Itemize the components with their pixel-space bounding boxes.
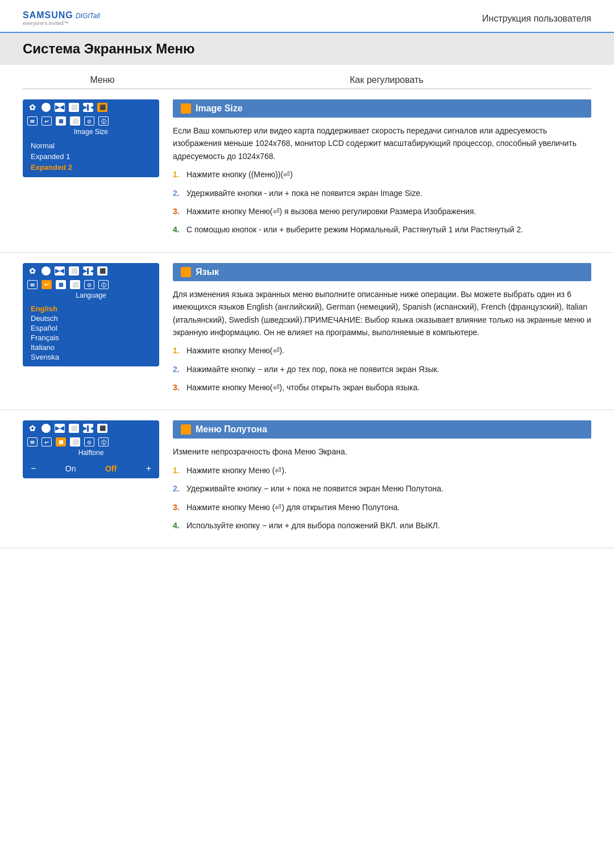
lang-english: English xyxy=(31,304,159,314)
osd-menu-list-imagesize: Normal Expanded 1 Expanded 2 xyxy=(23,138,159,177)
half-step2-text: Удерживайте кнопку − или + пока не появи… xyxy=(186,482,443,495)
step1-text: Нажмите кнопку ((Меню))(⏎) xyxy=(186,168,293,181)
section-image-size: ✿ ▶◀ ⬜ ▶▌◀ ⬛ ✉ ↩ ▦ ⬜ ⊙ ⓘ Image Size Norm… xyxy=(0,89,614,253)
imagesize-step3: 3. Нажмите кнопку Меню(⏎) я вызова меню … xyxy=(173,205,591,218)
sun-icon-lang: ✿ xyxy=(27,266,38,276)
step2-num: 2. xyxy=(173,187,183,199)
color-icon-lang: ✉ xyxy=(27,280,38,289)
osd-label-halftone: Halftone xyxy=(23,448,159,459)
half-step3-num: 3. xyxy=(173,501,183,514)
language-step2: 2. Нажимайте кнопку − или + до тех пор, … xyxy=(173,363,591,375)
osd-icons-row-2: ✉ ↩ ▦ ⬜ ⊙ ⓘ xyxy=(23,113,159,127)
position-icon: ⬜ xyxy=(69,103,79,112)
halftone-plus[interactable]: + xyxy=(146,464,151,474)
lang-icon-half: ↩ xyxy=(42,437,52,446)
menu-item-expanded1: Expanded 1 xyxy=(31,151,159,162)
imagesize-step2: 2. Удерживайте кнопки - или + пока не по… xyxy=(173,187,591,199)
logo-tagline: everyone's invited™ xyxy=(23,20,100,26)
sun-icon: ✿ xyxy=(27,103,38,112)
osd-icons-row-lang-1: ✿ ▶◀ ⬜ ▶▌◀ ⬛ xyxy=(23,263,159,277)
imagesize-icon: ⬛ xyxy=(97,103,107,112)
osd-panel-language: ✿ ▶◀ ⬜ ▶▌◀ ⬛ ✉ ↩ ▦ ⬜ ⊙ ⓘ Language Englis… xyxy=(23,263,159,366)
size-icon-half: ▶▌◀ xyxy=(83,424,93,433)
osd-icons-row-half-2: ✉ ↩ ▦ ⬜ ⊙ ⓘ xyxy=(23,434,159,448)
contrast-icon-half: ▶◀ xyxy=(55,424,65,433)
step2-text: Удерживайте кнопки - или + пока не появи… xyxy=(186,187,422,199)
half-step1-num: 1. xyxy=(173,464,183,477)
section-body-imagesize: Если Ваш компьютер или видео карта подде… xyxy=(173,124,591,236)
half-step3-text: Нажмите кнопку Меню (⏎) для открытия Мен… xyxy=(186,501,400,514)
lang-deutsch: Deutsch xyxy=(31,314,159,323)
menu-item-expanded2: Expanded 2 xyxy=(31,162,159,173)
position-icon-half: ⬜ xyxy=(69,424,79,433)
color-icon-half: ✉ xyxy=(27,437,38,446)
halftone-icon-active: ▦ xyxy=(56,437,66,446)
step3-text: Нажмите кнопку Меню(⏎) я вызова меню рег… xyxy=(186,205,476,218)
header: SAMSUNG DIGITall everyone's invited™ Инс… xyxy=(0,0,614,33)
logo-area: SAMSUNG DIGITall everyone's invited™ xyxy=(23,10,100,26)
sun-icon-half: ✿ xyxy=(27,424,38,433)
page-title-bar: Система Экранных Меню xyxy=(0,33,614,65)
section-title-imagesize: Image Size xyxy=(196,103,243,114)
header-bookmark-icon xyxy=(181,103,191,114)
step4-text: С помощью кнопок - или + выберите режим … xyxy=(186,223,523,236)
halftone-off-label: Off xyxy=(105,464,117,473)
digital-text: DIGITall xyxy=(76,12,100,20)
imagesize-intro: Если Ваш компьютер или видео карта подде… xyxy=(173,124,591,162)
step3-num: 3. xyxy=(173,205,183,218)
lang-step3-num: 3. xyxy=(173,381,183,394)
size-icon-lang: ▶▌◀ xyxy=(83,266,93,276)
lang-step3-text: Нажмите кнопку Меню(⏎), чтобы открыть эк… xyxy=(186,381,420,394)
info-icon: ⊙ xyxy=(84,116,94,126)
brightness-icon-lang xyxy=(42,266,51,276)
exit-icon: ⓘ xyxy=(98,116,109,126)
half-step4-num: 4. xyxy=(173,519,183,532)
col-how-label: Как регулировать xyxy=(182,75,591,85)
contrast-icon-lang: ▶◀ xyxy=(55,266,65,276)
language-step1: 1. Нажмите кнопку Меню(⏎). xyxy=(173,344,591,357)
osd-icons-row-lang-2: ✉ ↩ ▦ ⬜ ⊙ ⓘ xyxy=(23,277,159,290)
position-icon-lang: ⬜ xyxy=(69,266,79,276)
lang-francais: Français xyxy=(31,333,159,343)
osd-panel-image-size: ✿ ▶◀ ⬜ ▶▌◀ ⬛ ✉ ↩ ▦ ⬜ ⊙ ⓘ Image Size Norm… xyxy=(23,99,159,177)
color-icon: ✉ xyxy=(27,116,38,126)
osd-label-imagesize: Image Size xyxy=(23,127,159,138)
col-menu-label: Меню xyxy=(23,75,182,85)
lang-italiano: Italiano xyxy=(31,343,159,352)
section-title-language: Язык xyxy=(196,267,219,277)
reset-icon: ⬜ xyxy=(70,116,80,126)
halftone-step3: 3. Нажмите кнопку Меню (⏎) для открытия … xyxy=(173,501,591,514)
language-step3: 3. Нажмите кнопку Меню(⏎), чтобы открыть… xyxy=(173,381,591,394)
right-content-language: Язык Для изменения языка экранных меню в… xyxy=(173,263,591,400)
lang-icon-active: ↩ xyxy=(42,280,52,289)
reset-icon-half: ⬜ xyxy=(70,437,80,446)
section-header-language: Язык xyxy=(173,263,591,281)
halftone-step4: 4. Используйте кнопку − или + для выбора… xyxy=(173,519,591,532)
right-content-imagesize: Image Size Если Ваш компьютер или видео … xyxy=(173,99,591,242)
lang-svenska: Svenska xyxy=(31,352,159,362)
size-icon: ▶▌◀ xyxy=(83,103,93,112)
info-icon-lang: ⊙ xyxy=(84,280,94,289)
header-bookmark-icon-lang xyxy=(181,267,191,277)
osd-label-language: Language xyxy=(23,290,159,302)
reset-icon-lang: ⬜ xyxy=(70,280,80,289)
halftone-step2: 2. Удерживайте кнопку − или + пока не по… xyxy=(173,482,591,495)
right-content-halftone: Меню Полутона Измените непрозрачность фо… xyxy=(173,420,591,537)
halftone-icon-lang: ▦ xyxy=(56,280,66,289)
brightness-icon xyxy=(42,103,51,112)
menu-item-normal: Normal xyxy=(31,140,159,151)
section-header-halftone: Меню Полутона xyxy=(173,420,591,439)
halftone-controls: − On Off + xyxy=(23,459,159,478)
exit-icon-lang: ⓘ xyxy=(98,280,109,289)
section-halftone: ✿ ▶◀ ⬜ ▶▌◀ ⬛ ✉ ↩ ▦ ⬜ ⊙ ⓘ Halftone − On O… xyxy=(0,410,614,548)
halftone-minus[interactable]: − xyxy=(31,464,36,474)
lang-step2-text: Нажимайте кнопку − или + до тех пор, пок… xyxy=(186,363,439,375)
lang-step1-num: 1. xyxy=(173,344,183,357)
brightness-icon-half xyxy=(42,424,51,433)
imagesize-step1: 1. Нажмите кнопку ((Меню))(⏎) xyxy=(173,168,591,181)
imagesize-step4: 4. С помощью кнопок - или + выберите реж… xyxy=(173,223,591,236)
lang-step1-text: Нажмите кнопку Меню(⏎). xyxy=(186,344,284,357)
section-body-language: Для изменения языка экранных меню выполн… xyxy=(173,288,591,394)
language-intro: Для изменения языка экранных меню выполн… xyxy=(173,288,591,339)
col-headers: Меню Как регулировать xyxy=(0,65,614,89)
